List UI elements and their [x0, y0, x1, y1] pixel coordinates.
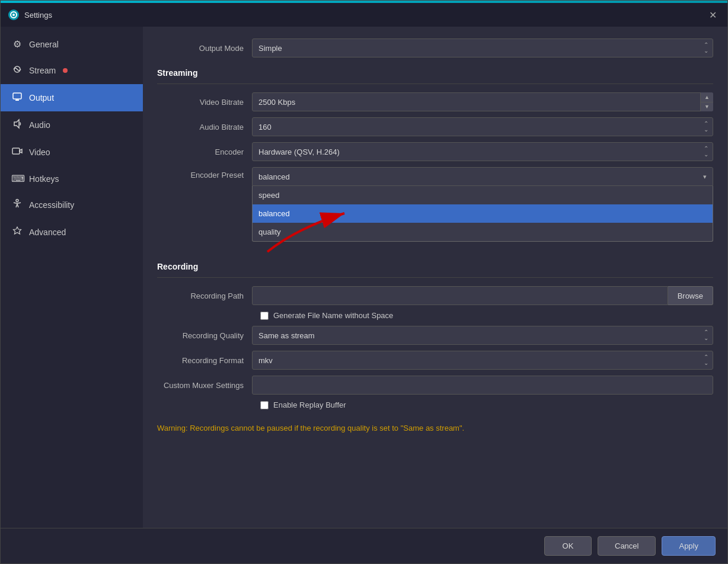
recording-path-label: Recording Path — [157, 291, 252, 300]
video-bitrate-input[interactable]: 2500 Kbps — [252, 92, 713, 111]
video-icon — [11, 146, 23, 159]
close-button[interactable]: ✕ — [705, 8, 720, 22]
sidebar-label-accessibility: Accessibility — [29, 200, 74, 210]
recording-path-input[interactable] — [252, 286, 668, 305]
audio-icon — [11, 118, 23, 132]
sidebar-item-hotkeys[interactable]: ⌨ Hotkeys — [1, 166, 143, 191]
sidebar-item-video[interactable]: Video — [1, 139, 143, 166]
sidebar-label-advanced: Advanced — [29, 227, 66, 237]
hotkeys-icon: ⌨ — [11, 173, 23, 184]
main-panel: Output Mode Simple Advanced Streaming Vi… — [143, 27, 727, 528]
svg-point-9 — [16, 200, 18, 202]
footer: OK Cancel Apply — [1, 528, 727, 563]
recording-format-select[interactable]: mkv mp4 mov flv — [252, 351, 713, 370]
encoder-preset-label: Encoder Preset — [157, 167, 252, 180]
video-bitrate-down[interactable]: ▼ — [701, 102, 713, 112]
enable-replay-checkbox[interactable] — [260, 401, 269, 409]
encoder-preset-dropdown-wrapper: balanced ▾ speed balanced quality — [252, 167, 713, 186]
gear-icon: ⚙ — [11, 39, 23, 50]
recording-section: Recording Recording Path Browse Generate… — [157, 257, 713, 432]
window-title: Settings — [24, 11, 52, 20]
recording-path-row: Recording Path Browse — [157, 286, 713, 305]
titlebar: Settings ✕ — [1, 3, 727, 27]
audio-bitrate-row: Audio Bitrate 160 128 192 320 — [157, 117, 713, 136]
video-bitrate-row: Video Bitrate 2500 Kbps ▲ ▼ — [157, 92, 713, 111]
audio-bitrate-select[interactable]: 160 128 192 320 — [252, 117, 713, 136]
output-icon — [11, 91, 23, 104]
custom-muxer-row: Custom Muxer Settings — [157, 376, 713, 395]
video-bitrate-spinbox: 2500 Kbps ▲ ▼ — [252, 92, 713, 111]
svg-point-2 — [12, 14, 15, 16]
app-icon — [8, 9, 20, 21]
recording-format-select-wrapper: mkv mp4 mov flv — [252, 351, 713, 370]
video-bitrate-up[interactable]: ▲ — [701, 92, 713, 102]
ok-button[interactable]: OK — [544, 536, 592, 556]
sidebar-label-output: Output — [29, 93, 54, 102]
output-mode-label: Output Mode — [157, 44, 252, 53]
generate-filename-label[interactable]: Generate File Name without Space — [273, 311, 393, 320]
recording-format-row: Recording Format mkv mp4 mov flv — [157, 351, 713, 370]
custom-muxer-label: Custom Muxer Settings — [157, 381, 252, 390]
cancel-button[interactable]: Cancel — [598, 536, 656, 556]
custom-muxer-input[interactable] — [252, 376, 713, 395]
sidebar-item-accessibility[interactable]: Accessibility — [1, 191, 143, 219]
output-mode-row: Output Mode Simple Advanced — [157, 39, 713, 57]
audio-bitrate-select-wrapper: 160 128 192 320 — [252, 117, 713, 136]
generate-filename-row: Generate File Name without Space — [157, 311, 713, 320]
sidebar-label-audio: Audio — [29, 120, 50, 130]
sidebar-item-stream[interactable]: Stream — [1, 57, 143, 84]
svg-rect-5 — [15, 100, 19, 101]
enable-replay-row: Enable Replay Buffer — [157, 400, 713, 409]
recording-quality-select-wrapper: Same as stream High Quality, Medium File… — [252, 326, 713, 345]
stream-icon — [11, 64, 23, 77]
encoder-select[interactable]: Hardware (QSV, H.264) Hardware (NVENC, H… — [252, 142, 713, 161]
output-mode-select-wrapper: Simple Advanced — [252, 39, 713, 57]
svg-rect-7 — [12, 148, 20, 154]
warning-text: Warning: Recordings cannot be paused if … — [157, 415, 713, 432]
chevron-icon: ▾ — [703, 173, 707, 181]
encoder-preset-selected[interactable]: balanced ▾ — [252, 167, 713, 186]
encoder-preset-option-speed[interactable]: speed — [253, 186, 713, 204]
encoder-preset-option-balanced[interactable]: balanced — [253, 204, 713, 223]
sidebar-item-general[interactable]: ⚙ General — [1, 31, 143, 57]
encoder-preset-option-quality[interactable]: quality — [253, 223, 713, 241]
sidebar-item-audio[interactable]: Audio — [1, 111, 143, 139]
encoder-row: Encoder Hardware (QSV, H.264) Hardware (… — [157, 142, 713, 161]
encoder-label: Encoder — [157, 148, 252, 156]
streaming-header: Streaming — [157, 63, 713, 84]
accessibility-icon — [11, 198, 23, 212]
svg-marker-8 — [20, 149, 22, 153]
sidebar-item-advanced[interactable]: Advanced — [1, 219, 143, 246]
recording-quality-select[interactable]: Same as stream High Quality, Medium File… — [252, 326, 713, 345]
audio-bitrate-label: Audio Bitrate — [157, 123, 252, 132]
recording-quality-label: Recording Quality — [157, 331, 252, 340]
video-bitrate-arrows: ▲ ▼ — [700, 92, 713, 111]
stream-badge — [63, 68, 68, 73]
svg-marker-6 — [14, 120, 19, 128]
browse-button[interactable]: Browse — [668, 286, 713, 305]
settings-window: Settings ✕ ⚙ General Stream — [0, 0, 728, 564]
recording-quality-row: Recording Quality Same as stream High Qu… — [157, 326, 713, 345]
enable-replay-label[interactable]: Enable Replay Buffer — [273, 400, 346, 409]
sidebar-label-stream: Stream — [29, 66, 56, 75]
encoder-preset-row: Encoder Preset balanced ▾ speed balanced… — [157, 167, 713, 186]
sidebar-item-output[interactable]: Output — [1, 84, 143, 111]
advanced-icon — [11, 226, 23, 239]
sidebar: ⚙ General Stream — [1, 27, 143, 528]
encoder-preset-list: speed balanced quality — [252, 186, 713, 242]
sidebar-label-hotkeys: Hotkeys — [29, 174, 59, 184]
titlebar-left: Settings — [8, 9, 52, 21]
sidebar-label-general: General — [29, 40, 59, 49]
encoder-select-wrapper: Hardware (QSV, H.264) Hardware (NVENC, H… — [252, 142, 713, 161]
recording-header: Recording — [157, 257, 713, 278]
encoder-preset-value: balanced — [258, 172, 290, 181]
content-area: ⚙ General Stream — [1, 27, 727, 528]
streaming-section: Streaming Video Bitrate 2500 Kbps ▲ ▼ Au… — [157, 63, 713, 186]
svg-rect-4 — [13, 93, 21, 99]
generate-filename-checkbox[interactable] — [260, 312, 269, 320]
recording-format-label: Recording Format — [157, 356, 252, 365]
apply-button[interactable]: Apply — [662, 536, 716, 556]
video-bitrate-label: Video Bitrate — [157, 98, 252, 107]
sidebar-label-video: Video — [29, 148, 50, 157]
output-mode-select[interactable]: Simple Advanced — [252, 39, 713, 57]
